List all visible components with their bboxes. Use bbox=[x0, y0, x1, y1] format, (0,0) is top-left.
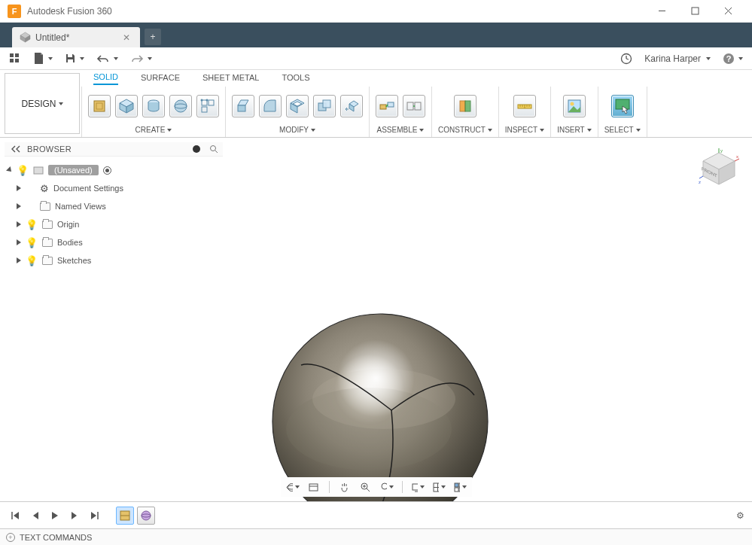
inspect-measure-button[interactable] bbox=[513, 95, 536, 117]
tree-item-document-settings[interactable]: ⚙ Document Settings bbox=[8, 179, 220, 197]
maximize-button[interactable] bbox=[678, 0, 711, 23]
user-menu[interactable]: Karina Harper bbox=[644, 53, 711, 64]
fillet-button[interactable] bbox=[259, 95, 282, 117]
close-tab-button[interactable]: ✕ bbox=[120, 32, 132, 43]
save-button[interactable] bbox=[65, 53, 84, 64]
visibility-bulb-icon[interactable]: 💡 bbox=[26, 219, 38, 230]
zoom-window-button[interactable] bbox=[379, 479, 394, 495]
select-group-dropdown[interactable]: SELECT bbox=[604, 124, 641, 137]
timeline-play-button[interactable] bbox=[48, 509, 62, 522]
shell-button[interactable] bbox=[286, 95, 309, 117]
timeline-step-forward-button[interactable] bbox=[68, 509, 81, 522]
construct-plane-button[interactable] bbox=[454, 95, 476, 117]
expand-icon[interactable] bbox=[17, 185, 21, 191]
insert-button[interactable] bbox=[563, 95, 586, 117]
select-button[interactable] bbox=[611, 95, 634, 117]
active-component-indicator[interactable] bbox=[103, 166, 111, 175]
expand-icon[interactable] bbox=[17, 239, 21, 245]
ribbon-tab-tools[interactable]: TOOLS bbox=[282, 73, 309, 84]
document-tab-bar: Untitled* ✕ + bbox=[0, 23, 752, 47]
create-sphere-button[interactable] bbox=[169, 95, 192, 117]
svg-rect-90 bbox=[459, 483, 460, 487]
expand-icon[interactable] bbox=[17, 257, 21, 263]
document-tab[interactable]: Untitled* ✕ bbox=[12, 27, 140, 47]
press-pull-button[interactable] bbox=[232, 95, 254, 117]
tree-item-origin[interactable]: 💡 Origin bbox=[8, 215, 220, 233]
pan-button[interactable] bbox=[337, 479, 352, 495]
inspect-group-dropdown[interactable]: INSPECT bbox=[505, 124, 544, 137]
timeline-start-button[interactable] bbox=[8, 509, 23, 522]
undo-button[interactable] bbox=[96, 53, 118, 64]
timeline-feature-revolve[interactable] bbox=[137, 507, 155, 525]
create-form-button[interactable] bbox=[196, 95, 219, 117]
create-sketch-button[interactable] bbox=[88, 95, 111, 117]
viewport-canvas[interactable]: BROWSER 💡 (Unsaved) ⚙ Document Settings bbox=[0, 138, 752, 501]
move-copy-button[interactable] bbox=[340, 95, 363, 117]
ribbon-tab-solid[interactable]: SOLID bbox=[93, 72, 118, 85]
data-panel-button[interactable] bbox=[9, 53, 21, 65]
tree-item-named-views[interactable]: Named Views bbox=[8, 197, 220, 215]
tree-item-bodies[interactable]: 💡 Bodies bbox=[8, 233, 220, 251]
new-tab-button[interactable]: + bbox=[145, 29, 161, 45]
expand-icon[interactable] bbox=[17, 203, 21, 209]
display-settings-button[interactable] bbox=[410, 479, 425, 495]
insert-group-dropdown[interactable]: INSERT bbox=[557, 124, 592, 137]
file-menu-button[interactable] bbox=[33, 52, 53, 65]
timeline-end-button[interactable] bbox=[87, 509, 102, 522]
orbit-button[interactable] bbox=[285, 479, 300, 495]
svg-point-74 bbox=[288, 483, 293, 491]
svg-rect-37 bbox=[323, 100, 330, 108]
workspace-switcher[interactable]: DESIGN bbox=[5, 73, 80, 134]
svg-line-15 bbox=[626, 59, 629, 59]
browser-header[interactable]: BROWSER bbox=[5, 142, 223, 157]
combine-button[interactable] bbox=[313, 95, 336, 117]
grid-settings-button[interactable] bbox=[431, 479, 446, 495]
timeline-feature-sketch[interactable] bbox=[116, 507, 134, 525]
expand-icon[interactable] bbox=[6, 166, 14, 174]
visibility-bulb-icon[interactable]: 💡 bbox=[26, 255, 38, 266]
create-cylinder-button[interactable] bbox=[142, 95, 165, 117]
svg-rect-60 bbox=[34, 167, 43, 174]
job-status-button[interactable] bbox=[620, 53, 632, 65]
browser-options-button[interactable] bbox=[193, 145, 200, 153]
redo-button[interactable] bbox=[130, 53, 152, 64]
browser-search-button[interactable] bbox=[209, 145, 218, 154]
browser-collapse-icon[interactable] bbox=[9, 145, 23, 154]
modify-group-dropdown[interactable]: MODIFY bbox=[232, 124, 363, 137]
model-body-sphere[interactable] bbox=[271, 312, 489, 501]
close-button[interactable] bbox=[711, 0, 744, 23]
visibility-bulb-icon[interactable]: 💡 bbox=[26, 237, 38, 248]
viewport-layout-button[interactable] bbox=[452, 479, 467, 495]
create-group-dropdown[interactable]: CREATE bbox=[88, 124, 219, 137]
ribbon-tab-surface[interactable]: SURFACE bbox=[141, 73, 180, 84]
svg-marker-94 bbox=[14, 512, 19, 519]
svg-rect-32 bbox=[238, 105, 245, 111]
tree-root[interactable]: 💡 (Unsaved) bbox=[8, 161, 220, 179]
view-cube[interactable]: FRONT x y z bbox=[699, 148, 740, 190]
minimize-button[interactable] bbox=[645, 0, 678, 23]
svg-rect-92 bbox=[459, 488, 460, 492]
timeline-settings-button[interactable]: ⚙ bbox=[736, 510, 744, 521]
svg-rect-1 bbox=[692, 8, 699, 14]
look-at-button[interactable] bbox=[306, 479, 321, 495]
tree-item-sketches[interactable]: 💡 Sketches bbox=[8, 251, 220, 269]
svg-rect-41 bbox=[388, 102, 394, 107]
expand-text-commands-icon[interactable]: + bbox=[6, 533, 15, 542]
construct-group-dropdown[interactable]: CONSTRUCT bbox=[438, 124, 492, 137]
assemble-asbuilt-button[interactable] bbox=[403, 95, 425, 117]
svg-marker-31 bbox=[238, 100, 248, 105]
assemble-joint-button[interactable] bbox=[376, 95, 398, 117]
text-commands-bar[interactable]: + TEXT COMMANDS bbox=[0, 528, 752, 545]
help-button[interactable]: ? bbox=[723, 53, 743, 65]
navigation-bar bbox=[281, 477, 472, 497]
ribbon-tab-sheetmetal[interactable]: SHEET METAL bbox=[202, 73, 259, 84]
svg-line-79 bbox=[367, 488, 370, 492]
visibility-bulb-icon[interactable]: 💡 bbox=[17, 165, 29, 176]
create-box-button[interactable] bbox=[115, 95, 138, 117]
timeline-step-back-button[interactable] bbox=[29, 509, 42, 522]
folder-icon bbox=[40, 202, 50, 211]
expand-icon[interactable] bbox=[17, 221, 21, 227]
zoom-button[interactable] bbox=[358, 479, 373, 495]
assemble-group-dropdown[interactable]: ASSEMBLE bbox=[376, 124, 425, 137]
svg-point-73 bbox=[272, 314, 488, 501]
